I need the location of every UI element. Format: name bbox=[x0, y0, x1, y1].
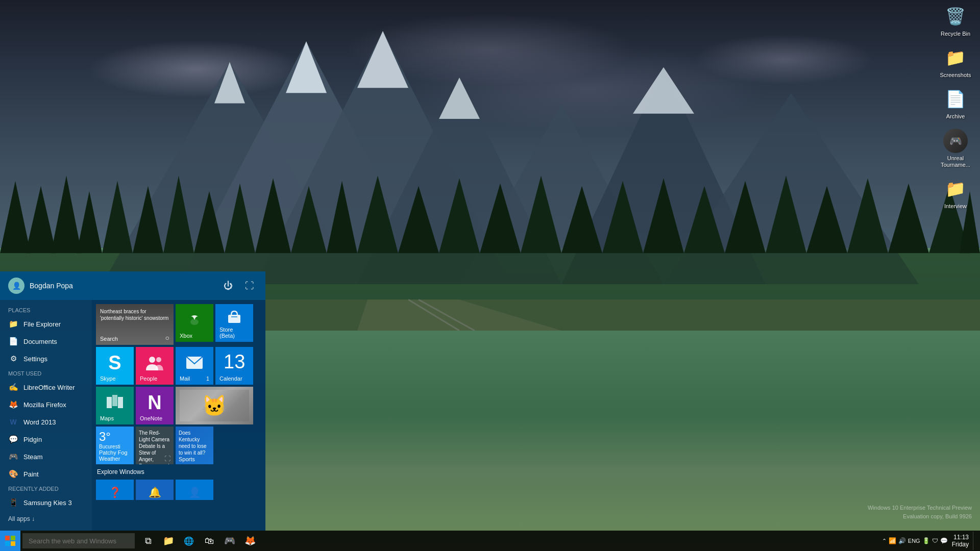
desktop-icon-interview[interactable]: 📁 Interview bbox=[935, 177, 976, 210]
chevron-up-icon[interactable]: ⌃ bbox=[882, 538, 887, 544]
svg-marker-15 bbox=[51, 176, 82, 253]
taskbar-file-explorer[interactable]: 📁 bbox=[159, 532, 178, 550]
desktop-icons: 🗑️ Recycle Bin 📁 Screenshots 📄 Archive 🎮… bbox=[935, 4, 976, 210]
start-menu-body: Places 📁 File Explorer 📄 Documents ⚙ Set… bbox=[0, 300, 265, 531]
firefox-tb-icon: 🦊 bbox=[243, 534, 257, 547]
taskbar-firefox[interactable]: 🦊 bbox=[241, 532, 259, 550]
tile-explore-1[interactable]: ❓ bbox=[96, 480, 134, 500]
tile-store[interactable]: Store (Beta) bbox=[215, 304, 253, 342]
sidebar-item-settings[interactable]: ⚙ Settings bbox=[0, 350, 92, 367]
watermark: Windows 10 Enterprise Technical Preview … bbox=[868, 504, 972, 520]
mail-icon bbox=[180, 350, 209, 375]
tile-news2[interactable]: The Red-Light Camera Debate Is a Stew of… bbox=[136, 427, 174, 464]
desktop-icon-unreal[interactable]: 🎮 Unreal Tourname... bbox=[935, 129, 976, 168]
network-icon[interactable]: 📶 bbox=[889, 537, 896, 544]
settings-label: Settings bbox=[23, 355, 47, 363]
tile-search[interactable]: Northeast braces for 'potentially histor… bbox=[96, 304, 174, 345]
windows-action-center-icon[interactable]: 💬 bbox=[940, 537, 948, 544]
desktop-icon-archive[interactable]: 📄 Archive bbox=[935, 87, 976, 120]
svg-point-49 bbox=[149, 357, 155, 363]
sidebar-item-libreoffice[interactable]: ✍ LibreOffice Writer bbox=[0, 379, 92, 396]
onenote-tile-label: OneNote bbox=[140, 415, 169, 421]
xbox-icon bbox=[180, 307, 209, 333]
volume-icon[interactable]: 🔊 bbox=[898, 537, 906, 544]
tile-explore-2[interactable]: 🔔 bbox=[136, 480, 174, 500]
svg-marker-13 bbox=[0, 181, 31, 253]
archive-icon: 📄 bbox=[943, 87, 968, 111]
taskbar-store[interactable]: 🛍 bbox=[200, 532, 218, 550]
expand-button[interactable]: ⛶ bbox=[242, 280, 257, 292]
interview-icon: 📁 bbox=[943, 177, 968, 201]
sidebar-item-samsung-kies[interactable]: 📱 Samsung Kies 3 bbox=[0, 494, 92, 511]
desktop-icon-screenshots[interactable]: 📁 Screenshots bbox=[935, 45, 976, 79]
svg-rect-48 bbox=[231, 316, 237, 317]
tile-skype[interactable]: S Skype bbox=[96, 347, 134, 385]
taskbar-ie[interactable]: 🌐 bbox=[180, 532, 198, 550]
sidebar-item-firefox[interactable]: 🦊 Mozilla Firefox bbox=[0, 396, 92, 413]
tile-sports[interactable]: Does Kentucky need to lose to win it all… bbox=[176, 427, 213, 464]
skype-tile-label: Skype bbox=[100, 375, 130, 382]
tile-maps[interactable]: Maps bbox=[96, 387, 134, 424]
all-apps-button[interactable]: All apps ↓ bbox=[0, 511, 92, 527]
search-input[interactable] bbox=[22, 533, 135, 548]
tiles-row-4: 3° Bucuresti Patchy Fog Weather The Red-… bbox=[96, 427, 261, 464]
taskbar-right: ⌃ 📶 🔊 ENG 🔋 🛡 💬 11:13 Friday bbox=[882, 532, 980, 550]
svg-point-50 bbox=[156, 357, 161, 362]
svg-rect-54 bbox=[118, 397, 123, 408]
sidebar-item-file-explorer[interactable]: 📁 File Explorer bbox=[0, 315, 92, 333]
interview-label: Interview bbox=[944, 203, 967, 210]
taskbar-task-view[interactable]: ⧉ bbox=[139, 532, 157, 550]
all-apps-label: All apps ↓ bbox=[8, 515, 35, 522]
tile-mail[interactable]: Mail 1 bbox=[176, 347, 213, 385]
keyboard-icon[interactable]: ENG bbox=[908, 538, 920, 544]
sidebar-item-paint[interactable]: 🎨 Paint bbox=[0, 465, 92, 483]
maps-icon bbox=[100, 390, 130, 415]
taskbar-time[interactable]: 11:13 bbox=[953, 534, 969, 541]
tile-xbox[interactable]: Xbox bbox=[176, 304, 213, 342]
sidebar-item-documents[interactable]: 📄 Documents bbox=[0, 333, 92, 350]
tile-calendar[interactable]: 13 Calendar bbox=[215, 347, 253, 385]
start-menu-left: Places 📁 File Explorer 📄 Documents ⚙ Set… bbox=[0, 300, 92, 531]
username: Bogdan Popa bbox=[30, 282, 73, 290]
steam-label: Steam bbox=[23, 453, 43, 461]
ie-icon: 🌐 bbox=[182, 534, 195, 547]
unreal-icon: 🎮 bbox=[943, 129, 968, 153]
watermark-line2: Evaluation copy, Build 9926 bbox=[868, 512, 972, 521]
sidebar-item-steam[interactable]: 🎮 Steam bbox=[0, 448, 92, 465]
svg-rect-52 bbox=[107, 397, 112, 408]
notification-area: ⌃ 📶 🔊 ENG 🔋 🛡 💬 bbox=[882, 537, 948, 544]
libreoffice-label: LibreOffice Writer bbox=[23, 384, 75, 391]
tile-people[interactable]: People bbox=[136, 347, 174, 385]
battery-icon[interactable]: 🔋 bbox=[922, 537, 930, 544]
power-button[interactable]: ⏻ bbox=[220, 280, 236, 292]
skype-icon: S bbox=[100, 350, 130, 375]
start-button[interactable] bbox=[0, 531, 20, 551]
svg-marker-10 bbox=[439, 78, 480, 119]
sidebar-item-word2013[interactable]: W Word 2013 bbox=[0, 413, 92, 431]
svg-marker-5 bbox=[357, 31, 408, 88]
onenote-icon: N bbox=[140, 390, 169, 415]
tiles-panel: Northeast braces for 'potentially histor… bbox=[92, 300, 265, 531]
store-tile-label: Store (Beta) bbox=[219, 327, 249, 339]
svg-rect-53 bbox=[112, 395, 117, 406]
sidebar-item-pidgin[interactable]: 💬 Pidgin bbox=[0, 431, 92, 448]
tile-weather[interactable]: 3° Bucuresti Patchy Fog Weather bbox=[96, 427, 134, 464]
svg-rect-47 bbox=[228, 315, 240, 323]
steam-tb-icon: 🎮 bbox=[223, 534, 236, 547]
tile-onenote[interactable]: N OneNote bbox=[136, 387, 174, 424]
user-avatar[interactable]: 👤 bbox=[8, 278, 24, 294]
recycle-bin-label: Recycle Bin bbox=[941, 31, 970, 37]
taskbar-steam[interactable]: 🎮 bbox=[220, 532, 239, 550]
store-tb-icon: 🛍 bbox=[203, 534, 216, 547]
weather-condition: Patchy Fog bbox=[99, 449, 131, 456]
svg-marker-16 bbox=[77, 191, 102, 254]
show-desktop-button[interactable] bbox=[973, 532, 976, 550]
tiles-row-3: Maps N OneNote 🐱 bbox=[96, 387, 261, 424]
security-icon[interactable]: 🛡 bbox=[932, 537, 938, 544]
archive-label: Archive bbox=[946, 113, 965, 120]
taskbar: ⧉ 📁 🌐 🛍 🎮 🦊 ⌃ 📶 🔊 ENG bbox=[0, 531, 980, 551]
desktop-icon-recycle-bin[interactable]: 🗑️ Recycle Bin bbox=[935, 4, 976, 37]
tile-explore-3[interactable]: 👤 bbox=[176, 480, 213, 500]
tile-cat-photo[interactable]: 🐱 bbox=[176, 387, 253, 424]
taskbar-day[interactable]: Friday bbox=[952, 541, 969, 548]
